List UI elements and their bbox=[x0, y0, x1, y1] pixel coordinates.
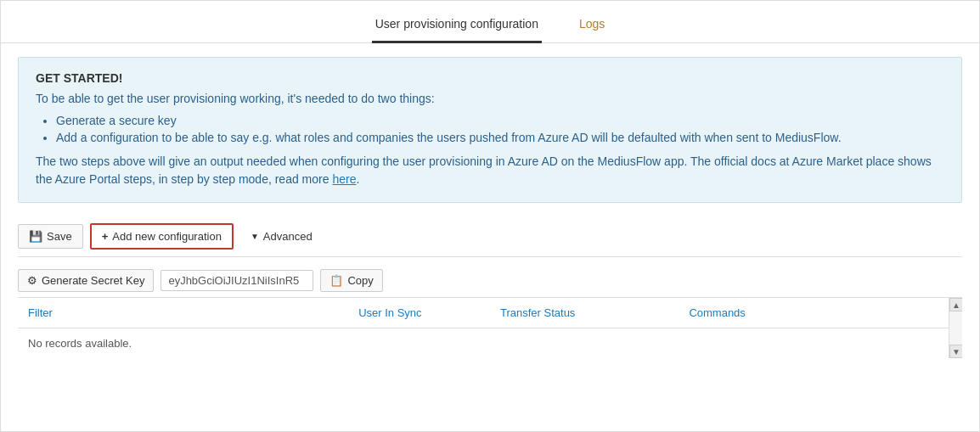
add-new-configuration-button[interactable]: + Add new configuration bbox=[90, 223, 234, 250]
bottom-text-end: . bbox=[356, 172, 359, 186]
tabs-bar: User provisioning configuration Logs bbox=[1, 1, 979, 43]
no-records-row: No records available. bbox=[18, 328, 962, 359]
column-commands: Commands bbox=[679, 298, 962, 328]
tab-user-provisioning[interactable]: User provisioning configuration bbox=[372, 7, 542, 43]
bottom-text-1: The two steps above will give an output … bbox=[36, 154, 932, 186]
copy-icon: 📋 bbox=[329, 274, 343, 287]
column-filter: Filter bbox=[18, 298, 348, 328]
scroll-down-button[interactable]: ▼ bbox=[949, 345, 962, 358]
here-link[interactable]: here bbox=[332, 172, 356, 186]
generate-label: Generate Secret Key bbox=[42, 274, 144, 287]
column-user-in-sync: User In Sync bbox=[348, 298, 490, 328]
bullet-list: Generate a secure key Add a configuratio… bbox=[36, 114, 944, 144]
data-table: Filter User In Sync Transfer Status Comm… bbox=[18, 298, 962, 358]
advanced-button[interactable]: ▼ Advanced bbox=[240, 225, 323, 248]
main-container: User provisioning configuration Logs GET… bbox=[0, 0, 980, 432]
save-icon: 💾 bbox=[29, 230, 42, 243]
get-started-heading: GET STARTED! bbox=[36, 71, 944, 85]
add-new-label: Add new configuration bbox=[112, 230, 222, 243]
intro-text: To be able to get the user provisioning … bbox=[36, 92, 944, 105]
secret-key-row: ⚙ Generate Secret Key 📋 Copy bbox=[18, 264, 962, 298]
save-label: Save bbox=[47, 230, 72, 243]
advanced-label: Advanced bbox=[263, 230, 313, 243]
bullet-2: Add a configuration to be able to say e.… bbox=[56, 131, 944, 144]
content-area: GET STARTED! To be able to get the user … bbox=[1, 43, 979, 372]
plus-icon: + bbox=[102, 230, 109, 243]
table-header-row: Filter User In Sync Transfer Status Comm… bbox=[18, 298, 962, 328]
save-button[interactable]: 💾 Save bbox=[18, 224, 83, 249]
info-box: GET STARTED! To be able to get the user … bbox=[18, 57, 962, 203]
scrollbar: ▲ ▼ bbox=[949, 298, 962, 358]
toolbar: 💾 Save + Add new configuration ▼ Advance… bbox=[18, 216, 962, 257]
bullet-1: Generate a secure key bbox=[56, 114, 944, 127]
copy-button[interactable]: 📋 Copy bbox=[320, 269, 382, 292]
tab-logs[interactable]: Logs bbox=[576, 7, 608, 43]
gear-icon: ⚙ bbox=[27, 274, 37, 287]
secret-key-input[interactable] bbox=[161, 270, 313, 291]
scroll-up-button[interactable]: ▲ bbox=[949, 298, 962, 311]
bottom-text: The two steps above will give an output … bbox=[36, 153, 944, 188]
table-wrapper: Filter User In Sync Transfer Status Comm… bbox=[18, 298, 962, 358]
generate-secret-key-button[interactable]: ⚙ Generate Secret Key bbox=[18, 269, 154, 292]
copy-label: Copy bbox=[347, 274, 373, 287]
column-transfer-status: Transfer Status bbox=[490, 298, 679, 328]
triangle-icon: ▼ bbox=[251, 232, 259, 241]
no-records-text: No records available. bbox=[18, 328, 962, 359]
